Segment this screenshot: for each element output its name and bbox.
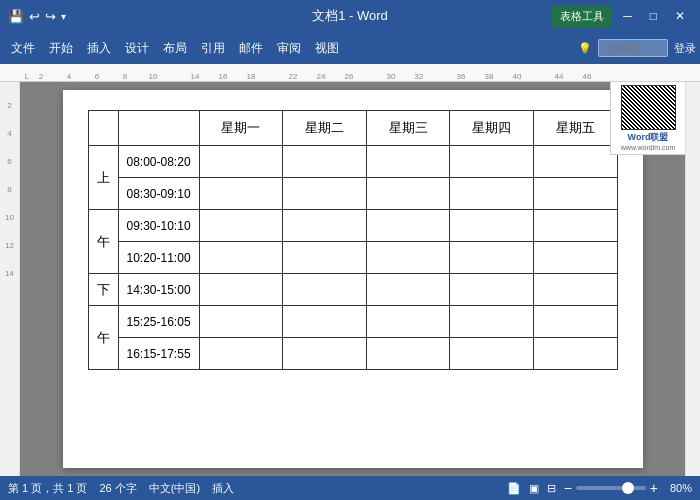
cell-6-3[interactable] — [450, 338, 534, 370]
ribbon-tab-邮件[interactable]: 邮件 — [232, 35, 270, 62]
time-cell-1: 08:30-09:10 — [118, 178, 199, 210]
view-icon-1[interactable]: 📄 — [507, 482, 521, 495]
v-ruler-mark-8: 8 — [0, 182, 20, 196]
time-cell-5: 15:25-16:05 — [118, 306, 199, 338]
table-row: 上08:00-08:20 — [88, 146, 617, 178]
dropdown-icon[interactable]: ▾ — [61, 11, 66, 22]
cell-5-2[interactable] — [366, 306, 450, 338]
cell-5-0[interactable] — [199, 306, 283, 338]
schedule-table: 星期一 星期二 星期三 星期四 星期五 上08:00-08:2008:30-09… — [88, 110, 618, 370]
ribbon-tab-引用[interactable]: 引用 — [194, 35, 232, 62]
ruler-mark-18: 22 — [286, 64, 300, 81]
cell-3-4[interactable] — [533, 242, 617, 274]
cell-5-1[interactable] — [283, 306, 367, 338]
v-ruler-mark-12: 12 — [0, 238, 20, 252]
ruler-mark-8: 10 — [146, 64, 160, 81]
cell-0-3[interactable] — [450, 146, 534, 178]
cell-3-2[interactable] — [366, 242, 450, 274]
cell-3-3[interactable] — [450, 242, 534, 274]
cell-1-2[interactable] — [366, 178, 450, 210]
document-canvas[interactable]: 星期一 星期二 星期三 星期四 星期五 上08:00-08:2008:30-09… — [20, 82, 685, 476]
cell-1-1[interactable] — [283, 178, 367, 210]
cell-5-4[interactable] — [533, 306, 617, 338]
cell-4-1[interactable] — [283, 274, 367, 306]
ribbon-tab-开始[interactable]: 开始 — [42, 35, 80, 62]
zoom-plus-button[interactable]: + — [650, 481, 658, 495]
redo-icon[interactable]: ↪ — [45, 9, 56, 24]
cell-4-4[interactable] — [533, 274, 617, 306]
ruler-mark-33 — [496, 64, 510, 81]
cell-4-0[interactable] — [199, 274, 283, 306]
page-count: 第 1 页，共 1 页 — [8, 481, 87, 496]
cell-4-3[interactable] — [450, 274, 534, 306]
period-cell-下: 下 — [88, 274, 118, 306]
minimize-button[interactable]: ─ — [616, 7, 639, 25]
restore-button[interactable]: □ — [643, 7, 664, 25]
page: 星期一 星期二 星期三 星期四 星期五 上08:00-08:2008:30-09… — [63, 90, 643, 468]
cell-0-2[interactable] — [366, 146, 450, 178]
ruler-mark-2: 4 — [62, 64, 76, 81]
cell-0-1[interactable] — [283, 146, 367, 178]
ribbon-tab-审阅[interactable]: 审阅 — [270, 35, 308, 62]
ribbon-search-icon[interactable]: 💡 — [578, 42, 592, 55]
cell-0-0[interactable] — [199, 146, 283, 178]
v-ruler-mark-11 — [0, 224, 20, 238]
ruler-mark-17 — [272, 64, 286, 81]
period-cell-午: 午 — [88, 306, 118, 370]
right-scrollbar[interactable] — [685, 82, 700, 476]
cell-1-4[interactable] — [533, 178, 617, 210]
ruler-mark-29 — [440, 64, 454, 81]
ruler-mark-6: 8 — [118, 64, 132, 81]
ribbon-tab-文件[interactable]: 文件 — [4, 35, 42, 62]
status-right: 📄 ▣ ⊟ − + 80% — [507, 481, 692, 495]
cell-0-4[interactable] — [533, 146, 617, 178]
cell-6-4[interactable] — [533, 338, 617, 370]
cell-3-0[interactable] — [199, 242, 283, 274]
ribbon-tab-布局[interactable]: 布局 — [156, 35, 194, 62]
status-left: 第 1 页，共 1 页 26 个字 中文(中国) 插入 — [8, 481, 234, 496]
close-button[interactable]: ✕ — [668, 7, 692, 25]
zoom-minus-button[interactable]: − — [564, 481, 572, 495]
table-row: 16:15-17:55 — [88, 338, 617, 370]
cell-2-2[interactable] — [366, 210, 450, 242]
ribbon-tab-设计[interactable]: 设计 — [118, 35, 156, 62]
ruler-mark-37: 44 — [552, 64, 566, 81]
ribbon-tab-视图[interactable]: 视图 — [308, 35, 346, 62]
search-input[interactable] — [598, 39, 668, 57]
view-icon-3[interactable]: ⊟ — [547, 482, 556, 495]
v-ruler-mark-9 — [0, 196, 20, 210]
cell-6-2[interactable] — [366, 338, 450, 370]
ribbon-tabs: 文件开始插入设计布局引用邮件审阅视图 — [4, 35, 346, 62]
undo-icon[interactable]: ↩ — [29, 9, 40, 24]
ruler-mark-12 — [202, 64, 216, 81]
cell-4-2[interactable] — [366, 274, 450, 306]
header-empty2 — [118, 111, 199, 146]
cell-2-1[interactable] — [283, 210, 367, 242]
cell-1-3[interactable] — [450, 178, 534, 210]
ruler-mark-1 — [48, 64, 62, 81]
view-icon-2[interactable]: ▣ — [529, 482, 539, 495]
ruler-mark-19 — [300, 64, 314, 81]
word-logo-text: Word联盟 — [614, 131, 682, 144]
ruler-mark-38 — [566, 64, 580, 81]
cell-2-0[interactable] — [199, 210, 283, 242]
login-button[interactable]: 登录 — [674, 41, 696, 56]
ruler-mark-39: 46 — [580, 64, 594, 81]
cell-6-0[interactable] — [199, 338, 283, 370]
ruler: L 24681014161822242630323638404446 — [0, 64, 700, 82]
zoom-slider[interactable] — [576, 486, 646, 490]
cell-2-3[interactable] — [450, 210, 534, 242]
ribbon-tab-插入[interactable]: 插入 — [80, 35, 118, 62]
ruler-mark-22: 26 — [342, 64, 356, 81]
table-row: 08:30-09:10 — [88, 178, 617, 210]
ruler-mark-9 — [160, 64, 174, 81]
cell-3-1[interactable] — [283, 242, 367, 274]
cell-5-3[interactable] — [450, 306, 534, 338]
table-row: 午09:30-10:10 — [88, 210, 617, 242]
cell-2-4[interactable] — [533, 210, 617, 242]
cell-6-1[interactable] — [283, 338, 367, 370]
save-icon[interactable]: 💾 — [8, 9, 24, 24]
cell-1-0[interactable] — [199, 178, 283, 210]
v-ruler-mark-6: 6 — [0, 154, 20, 168]
header-monday: 星期一 — [199, 111, 283, 146]
